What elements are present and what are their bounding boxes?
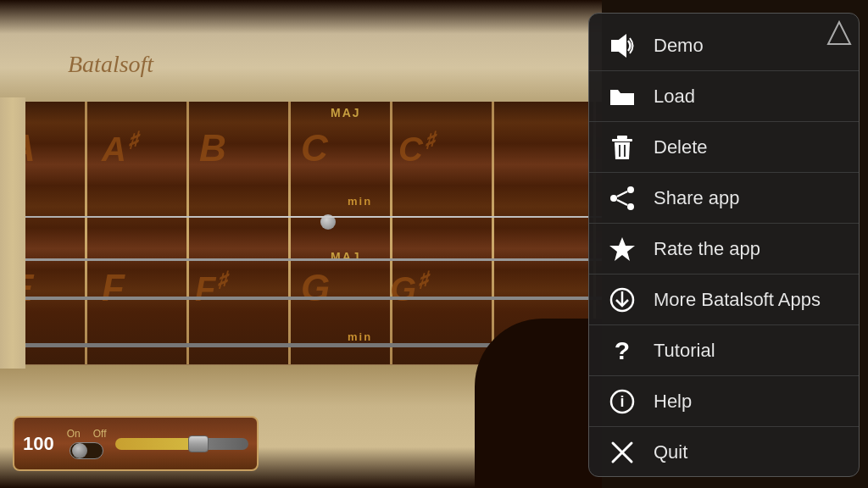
note-C: C [301,127,328,169]
volume-slider-thumb[interactable] [188,435,209,452]
svg-marker-11 [609,237,635,261]
fret-line [186,102,189,364]
toggle-switch[interactable] [70,442,103,459]
download-icon [606,284,638,316]
note-Fsharp: F♯ [195,267,227,308]
string-3 [0,297,602,300]
svg-line-10 [617,200,627,205]
menu-label-share: Share app [654,187,740,209]
question-icon: ? [606,335,638,367]
min-label-top: min [348,195,372,208]
maj-label-bottom: MAJ [331,250,361,263]
guitar-nut [0,97,25,369]
share-icon [606,182,638,214]
context-menu: Demo Load Delete [588,13,860,477]
volume-control: 100 On Off [13,416,259,471]
maj-label-top: MAJ [331,106,361,119]
info-icon: i [606,385,638,418]
svg-marker-1 [612,36,626,56]
on-label: On [67,428,81,440]
volume-value: 100 [23,433,54,455]
menu-label-help: Help [654,391,692,413]
min-label-bottom: min [348,330,372,343]
menu-item-rate[interactable]: Rate the app [589,224,859,274]
corner-decoration [826,20,852,46]
menu-label-rate: Rate the app [654,238,760,260]
string-1 [0,216,602,218]
note-B: B [199,127,226,169]
brand-logo: Batalsoft [68,51,153,78]
menu-label-load: Load [654,86,695,108]
fret-line [390,102,392,364]
svg-point-7 [627,203,634,210]
menu-label-more: More Batalsoft Apps [654,289,821,311]
note-Csharp: C♯ [398,127,435,169]
svg-rect-2 [617,136,627,139]
guitar-body-curve [475,319,602,488]
note-G: G [301,267,330,309]
menu-item-delete[interactable]: Delete [589,122,859,173]
x-icon [606,436,638,469]
menu-item-more[interactable]: More Batalsoft Apps [589,274,859,325]
svg-point-8 [610,195,617,202]
menu-label-tutorial: Tutorial [654,340,715,362]
svg-text:?: ? [615,337,630,364]
svg-text:i: i [620,393,624,410]
fret-line [85,102,87,364]
svg-rect-3 [612,139,632,141]
menu-item-quit[interactable]: Quit [589,427,859,477]
menu-item-demo[interactable]: Demo [589,20,859,71]
toggle-knob [72,443,87,458]
volume-slider-track[interactable] [115,438,248,450]
menu-item-help[interactable]: i Help [589,376,859,427]
volume-slider-container[interactable] [115,438,248,450]
off-label: Off [93,428,107,440]
speaker-icon [606,30,638,62]
menu-label-delete: Delete [654,136,708,158]
menu-label-demo: Demo [654,35,704,57]
on-off-toggle[interactable]: On Off [67,428,107,459]
note-Asharp: A♯ [102,127,138,169]
menu-item-load[interactable]: Load [589,71,859,122]
menu-item-share[interactable]: Share app [589,173,859,224]
guitar-background: MAJ min MAJ min A A♯ B C C♯ E F F♯ G G♯ … [0,0,602,488]
fret-line [288,102,291,364]
note-Gsharp: G♯ [390,267,428,308]
trash-icon [606,131,638,164]
svg-point-6 [627,186,634,193]
note-F: F [102,267,125,309]
string-2 [0,258,602,261]
svg-line-9 [617,191,627,197]
svg-marker-0 [828,22,850,44]
folder-icon [606,80,638,113]
fret-line [492,102,494,364]
menu-item-tutorial[interactable]: ? Tutorial [589,325,859,376]
menu-label-quit: Quit [654,441,687,463]
star-icon [606,233,638,265]
